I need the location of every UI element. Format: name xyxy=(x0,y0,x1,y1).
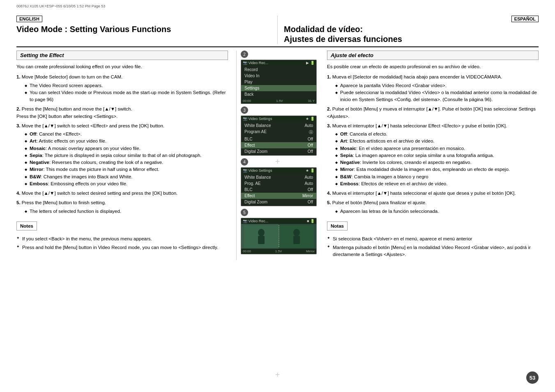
english-subtitle: Setting the Effect xyxy=(16,51,228,60)
english-step-3: 3. Move the [▲/▼] switch to select <Effe… xyxy=(16,122,228,187)
menu-blc-2: BLCOff xyxy=(241,187,316,193)
cam-header-2: 📷 Video Rec... ▶ 🔋 xyxy=(241,60,316,66)
menu-settings: Settings xyxy=(241,85,316,91)
cam-image-mirror xyxy=(241,224,316,249)
page-number-badge: 53 xyxy=(526,371,539,384)
spanish-content: Ajuste del efecto Es posible crear un ef… xyxy=(319,51,539,260)
spanish-steps: 1. Mueva el [Selector de modalidad] haci… xyxy=(327,74,539,215)
screenshot-step3a: 3 📷 Video Settings ★ 🔋 White BalanceAuto… xyxy=(241,106,315,156)
cam-header-5: 📷 Video Rec... ■ 🔋 xyxy=(241,218,316,224)
english-main-title: Video Mode : Setting Various Functions xyxy=(16,24,271,34)
step-circle-3: 3 xyxy=(241,106,248,114)
english-step-5: 5. Press the [Menu] button to finish set… xyxy=(16,199,228,215)
spanish-step-1: 1. Mueva el [Selector de modalidad] haci… xyxy=(327,74,539,103)
english-step-1-bullet-2: You can select Video mode or Previous mo… xyxy=(25,89,228,104)
cam-menu-2: Record Video In Play Settings Back xyxy=(241,66,316,98)
spanish-note-2: Mantenga pulsado el botón [Menu] en la m… xyxy=(327,244,539,258)
english-notes-list: If you select <Back> in the menu, the pr… xyxy=(16,235,228,251)
screenshot-step5: 5 📷 Video Rec... ■ 🔋 xyxy=(241,209,315,254)
english-badge: ENGLISH xyxy=(16,16,42,22)
spanish-step-3: 3. Mueva el interruptor [▲/▼] hasta sele… xyxy=(327,122,539,187)
svg-rect-3 xyxy=(258,236,265,244)
spanish-step-3-bullet-0: Off: Cancela el efecto. xyxy=(335,131,539,138)
spanish-step-3-bullet-6: B&W: Cambia la imagen a blanco y negro xyxy=(335,173,539,180)
svg-point-2 xyxy=(258,229,265,236)
spanish-main-title: Modalidad de vídeo: Ajustes de diversas … xyxy=(284,24,539,44)
menu-video-in: Video In xyxy=(241,73,316,79)
english-step-5-bullet-1: The letters of selected function is disp… xyxy=(25,208,228,215)
cam-screen-3a: 📷 Video Settings ★ 🔋 White BalanceAuto P… xyxy=(241,115,317,156)
cam-screen-3b: 📷 Video Settings ★ 🔋 White BalanceAuto P… xyxy=(241,167,317,206)
registration-mark-bottom: + xyxy=(275,370,280,380)
spanish-intro: Es posible crear un efecto de aspecto pr… xyxy=(327,63,539,70)
spanish-step-3-bullet-7: Emboss: Efectos de relieve en el archivo… xyxy=(335,180,539,187)
menu-effect-off: EffectOff xyxy=(241,142,316,148)
spanish-step-5: 5. Pulse el botón [Menu] para finalizar … xyxy=(327,199,539,215)
cam-screen-2: 📷 Video Rec... ▶ 🔋 Record Video In Play … xyxy=(241,60,317,104)
cam-menu-3a: White BalanceAuto Program AEⒶ BLCOff Eff… xyxy=(241,122,316,155)
menu-pae: Program AEⒶ xyxy=(241,129,316,136)
menu-play: Play xyxy=(241,79,316,85)
english-step-1: 1. Move [Mode Selector] down to turn on … xyxy=(16,74,228,103)
spanish-step-3-bullet-3: Sepia: La imagen aparece en color sepia … xyxy=(335,152,539,159)
spanish-step-3-bullet-5: Mirror: Esta modalidad divide la imagen … xyxy=(335,166,539,173)
english-step-3-bullet-5: Mirror: This mode cuts the picture in ha… xyxy=(25,166,228,173)
menu-wb-2: White BalanceAuto xyxy=(241,174,316,180)
spanish-notes-list: Si selecciona Back <Volver> en el menú, … xyxy=(327,235,539,258)
spanish-badge: ESPAÑOL xyxy=(511,16,539,22)
spanish-step-1-bullet-1: Aparece la pantalla Vídeo Record <Grabar… xyxy=(335,82,539,89)
menu-record: Record xyxy=(241,67,316,73)
step-circle-2: 2 xyxy=(241,51,248,58)
menu-pae-2: Prog. AEAuto xyxy=(241,180,316,187)
menu-wb: White BalanceAuto xyxy=(241,122,316,129)
spanish-subtitle: Ajuste del efecto xyxy=(327,51,539,60)
spanish-step-5-bullet-1: Aparecen las letras de la función selecc… xyxy=(335,208,539,215)
english-step-3-bullet-4: Negative: Reverses the colours, creating… xyxy=(25,159,228,166)
cam-footer-2: 00:001.5V31 Y xyxy=(241,98,316,104)
english-steps: 1. Move [Mode Selector] down to turn on … xyxy=(16,74,228,215)
main-layout: Setting the Effect You can create profes… xyxy=(16,51,539,260)
cam-footer-5: 00:001.5VMirror xyxy=(241,249,316,254)
cam-menu-3b: White BalanceAuto Prog. AEAuto BLCOff Ef… xyxy=(241,173,316,206)
screenshot-step2: 2 📷 Video Rec... ▶ 🔋 Record Video In Pla… xyxy=(241,51,315,104)
page-container: 00876J X105 UK+ESP~055 6/10/05 1:52 PM P… xyxy=(0,0,555,392)
english-step-3-bullet-3: Sepia: The picture is displayed in sepia… xyxy=(25,152,228,159)
svg-point-4 xyxy=(293,229,300,236)
mirror-effect-svg xyxy=(244,225,314,248)
step-circle-5: 5 xyxy=(241,209,248,216)
cam-screen-5: 📷 Video Rec... ■ 🔋 xyxy=(241,218,317,254)
screenshots-column: 2 📷 Video Rec... ▶ 🔋 Record Video In Pla… xyxy=(237,51,319,260)
english-step-1-bullet-1: The Video Record screen appears. xyxy=(25,82,228,89)
english-notes-label: Notes xyxy=(16,221,37,231)
spanish-step-1-bullet-2: Puede seleccionar la modalidad Vídeo <Ví… xyxy=(335,89,539,104)
file-info: 00876J X105 UK+ESP~055 6/10/05 1:52 PM P… xyxy=(16,4,105,8)
menu-dz: Digital ZoomOff xyxy=(241,148,316,154)
english-step-3-bullet-0: Off: Cancel the <Effect>. xyxy=(25,131,228,138)
english-note-1: If you select <Back> in the menu, the pr… xyxy=(16,235,228,242)
svg-rect-5 xyxy=(293,236,300,244)
step-circle-4: 4 xyxy=(241,158,248,166)
spanish-step-3-bullet-2: Mosaic: En el vídeo aparece una presenta… xyxy=(335,145,539,152)
cam-header-3b: 📷 Video Settings ★ 🔋 xyxy=(241,168,316,173)
menu-back: Back xyxy=(241,91,316,97)
menu-effect-mirror: EffectMirror xyxy=(241,193,316,199)
english-step-3-bullet-6: B&W: Changes the images into Black and W… xyxy=(25,173,228,180)
english-step-3-bullet-2: Mosaic: A mosaic overlay appears on your… xyxy=(25,145,228,152)
spanish-notes-label: Notas xyxy=(327,221,348,231)
english-step-3-bullet-7: Emboss: Embossing effects on your video … xyxy=(25,180,228,187)
english-note-2: Press and hold the [Menu] button in Vide… xyxy=(16,244,228,251)
spanish-step-3-bullet-4: Negative: Invierte los colores, creando … xyxy=(335,159,539,166)
english-intro: You can create professional looking effe… xyxy=(16,63,228,70)
spanish-step-4: 4. Mueva el interruptor [▲/▼] hasta sele… xyxy=(327,190,539,197)
spanish-note-1: Si selecciona Back <Volver> en el menú, … xyxy=(327,235,539,242)
english-step-2: 2. Press the [Menu] button and move the … xyxy=(16,106,228,120)
english-step-4: 4. Move the [▲/▼] switch to select desir… xyxy=(16,190,228,197)
menu-blc: BLCOff xyxy=(241,136,316,142)
spanish-step-3-bullet-1: Art: Efectos artísticos en el archivo de… xyxy=(335,138,539,145)
menu-dz-2: Digital ZoomOff xyxy=(241,199,316,205)
english-header: ENGLISH Video Mode : Setting Various Fun… xyxy=(16,16,277,34)
spanish-header: ESPAÑOL Modalidad de vídeo: Ajustes de d… xyxy=(277,16,539,44)
english-step-3-bullet-1: Art: Artistic effects on your video file… xyxy=(25,138,228,145)
spanish-step-2: 2. Pulse el botón [Menu] y mueva el inte… xyxy=(327,106,539,120)
cam-header-3a: 📷 Video Settings ★ 🔋 xyxy=(241,116,316,122)
